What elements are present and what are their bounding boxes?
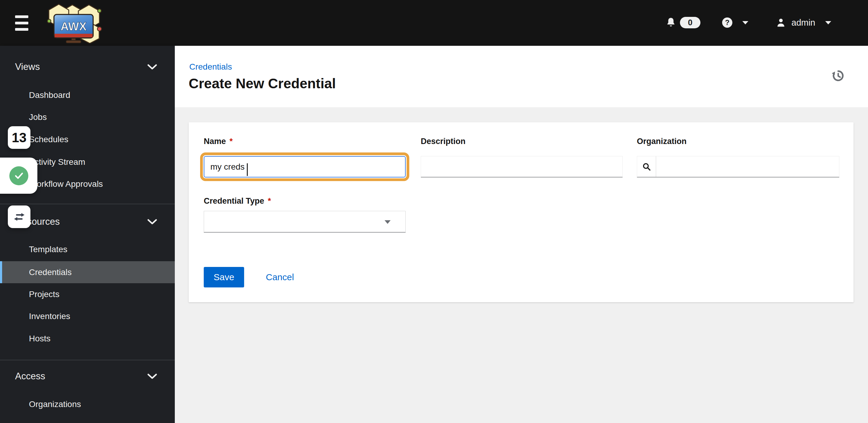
search-icon <box>642 162 651 171</box>
credential-type-select[interactable] <box>204 211 406 233</box>
user-icon <box>775 17 786 29</box>
masthead: AWX 0 ? admin <box>0 0 868 46</box>
history-button[interactable] <box>830 68 846 84</box>
sidebar-section-label: Access <box>15 371 45 382</box>
awx-logo[interactable]: AWX <box>43 2 104 43</box>
hamburger-icon <box>15 15 28 31</box>
required-marker: * <box>268 196 271 205</box>
step-count-badge-overlay: 13 <box>8 126 30 149</box>
sidebar-item-organizations[interactable]: Organizations <box>0 399 175 410</box>
credential-form-card: Name* Description Organization <box>189 122 854 302</box>
sidebar-section-label: Views <box>15 61 40 72</box>
text-cursor <box>247 163 248 176</box>
name-field-label: Name* <box>204 136 233 147</box>
awx-app: AWX 0 ? admin <box>0 0 868 423</box>
check-circle-icon <box>9 166 28 185</box>
sidebar-item-dashboard[interactable]: Dashboard <box>0 90 175 101</box>
label-text: Name <box>204 137 226 146</box>
notifications-button[interactable]: 0 <box>665 14 701 31</box>
name-field-highlight-ring <box>200 153 409 181</box>
organization-field-group <box>637 156 839 177</box>
swap-overlay <box>8 205 30 228</box>
main-content: Credentials Create New Credential Name* <box>175 46 868 423</box>
swap-arrows-icon <box>12 210 26 224</box>
organization-search-button[interactable] <box>637 156 656 177</box>
help-icon: ? <box>722 18 733 28</box>
organization-field-label: Organization <box>637 136 687 147</box>
breadcrumb-credentials-link[interactable]: Credentials <box>189 62 232 72</box>
bell-icon <box>665 16 677 29</box>
description-field-label: Description <box>421 136 466 147</box>
sidebar-item-inventories[interactable]: Inventories <box>0 311 175 322</box>
success-check-overlay <box>0 158 37 194</box>
sidebar-item-projects[interactable]: Projects <box>0 289 175 300</box>
user-name: admin <box>792 18 815 28</box>
required-marker: * <box>230 137 233 146</box>
help-menu-button[interactable]: ? <box>722 14 749 31</box>
description-input[interactable] <box>421 156 623 177</box>
credential-type-field-label: Credential Type* <box>204 196 271 206</box>
sidebar: Views Dashboard Jobs Schedules Activity … <box>0 46 175 423</box>
caret-down-icon <box>384 220 391 224</box>
page-title: Create New Credential <box>189 75 336 92</box>
chevron-down-icon <box>147 373 157 379</box>
page-header: Credentials Create New Credential <box>175 46 868 107</box>
svg-text:AWX: AWX <box>61 20 87 33</box>
sidebar-item-hosts[interactable]: Hosts <box>0 333 175 344</box>
notification-count-badge: 0 <box>680 17 701 28</box>
label-text: Credential Type <box>204 196 264 205</box>
label-text: Description <box>421 137 466 146</box>
sidebar-divider <box>0 360 175 360</box>
sidebar-item-templates[interactable]: Templates <box>0 244 175 255</box>
sidebar-item-jobs[interactable]: Jobs <box>0 112 175 123</box>
label-text: Organization <box>637 137 687 146</box>
chevron-down-icon <box>742 21 749 25</box>
user-menu-button[interactable]: admin <box>775 14 832 31</box>
organization-input[interactable] <box>656 156 839 177</box>
sidebar-item-credentials[interactable]: Credentials <box>0 261 175 283</box>
sidebar-divider <box>0 204 175 204</box>
chevron-down-icon <box>825 21 832 25</box>
history-icon <box>831 69 845 83</box>
name-input[interactable] <box>204 156 406 177</box>
awx-logo-icon: AWX <box>43 2 104 43</box>
save-button[interactable]: Save <box>204 267 244 287</box>
page-body: Name* Description Organization <box>175 107 868 423</box>
chevron-down-icon <box>147 64 157 70</box>
chevron-down-icon <box>147 219 157 225</box>
cancel-button[interactable]: Cancel <box>266 267 294 287</box>
nav-toggle-button[interactable] <box>11 12 32 34</box>
